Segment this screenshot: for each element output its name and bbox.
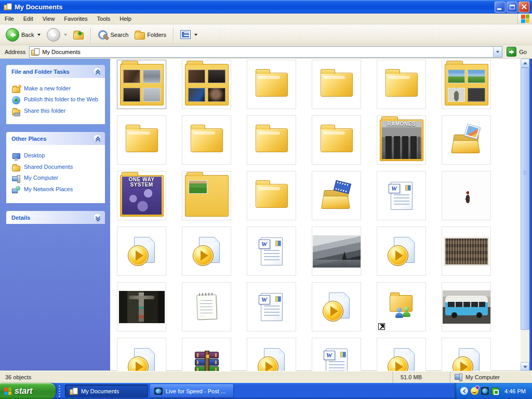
taskbar-task[interactable]: My Documents — [65, 384, 148, 397]
shared-folder-shortcut[interactable] — [377, 282, 426, 331]
up-button[interactable] — [71, 29, 86, 41]
folders-button[interactable]: Folders — [132, 29, 169, 41]
address-dropdown-button[interactable] — [493, 47, 502, 57]
sidebar-item[interactable]: Shared Documents — [12, 164, 100, 171]
sidebar-item[interactable]: Publish this folder to the Web — [12, 96, 100, 104]
close-button[interactable] — [518, 2, 529, 12]
media-file[interactable] — [377, 227, 426, 276]
preview-folder[interactable] — [182, 171, 231, 220]
photo-thumbnail — [313, 235, 361, 268]
toolbar-separator — [173, 28, 174, 42]
word-document[interactable]: W — [312, 338, 361, 371]
folder[interactable] — [247, 115, 296, 165]
folder-icon — [321, 128, 353, 152]
search-button[interactable]: Search — [95, 28, 131, 42]
totem-photo[interactable] — [117, 282, 166, 331]
person-photo[interactable] — [442, 171, 491, 220]
minimize-button[interactable] — [495, 2, 506, 12]
scroll-up-icon[interactable] — [521, 59, 529, 68]
scroll-track[interactable] — [521, 68, 529, 362]
media-file[interactable] — [117, 227, 166, 276]
videos-folder[interactable] — [312, 171, 361, 220]
quick-launch-handle[interactable] — [58, 385, 62, 397]
tray-collapse-icon[interactable] — [460, 387, 468, 395]
sidebar-link[interactable]: Make a new folder — [24, 85, 71, 92]
back-button[interactable]: Back — [3, 26, 43, 43]
start-button[interactable]: start — [0, 383, 56, 399]
scroll-down-icon[interactable] — [521, 362, 529, 371]
vertical-scrollbar[interactable] — [521, 59, 529, 371]
panel-header[interactable]: Details — [6, 211, 105, 224]
menu-view[interactable]: View — [38, 14, 60, 24]
taskbar-task[interactable]: Live for Speed - Post ... — [150, 384, 233, 397]
forward-dropdown-icon[interactable] — [64, 34, 67, 36]
ramones-album-folder[interactable]: RAMONES — [377, 115, 426, 165]
word-document[interactable]: W — [377, 171, 426, 220]
expand-icon[interactable] — [93, 213, 102, 222]
collapse-icon[interactable] — [93, 67, 102, 76]
media-file[interactable] — [182, 227, 231, 276]
collapse-icon[interactable] — [93, 134, 102, 143]
forward-button[interactable] — [44, 26, 70, 43]
folder[interactable] — [247, 171, 296, 220]
my-computer-icon — [455, 374, 462, 381]
sidebar-item[interactable]: Make a new folder — [12, 85, 100, 93]
media-file[interactable] — [377, 338, 426, 371]
scroll-thumb[interactable] — [521, 68, 529, 330]
views-button[interactable] — [178, 29, 200, 41]
sidebar-item[interactable]: Share this folder — [12, 108, 100, 115]
folder[interactable] — [247, 60, 296, 109]
maximize-button[interactable] — [507, 2, 517, 12]
menu-favorites[interactable]: Favorites — [59, 14, 92, 24]
media-file[interactable] — [312, 282, 361, 331]
oneway-album-folder[interactable]: ONE WAY SYSTEM — [117, 171, 166, 220]
sidebar-item[interactable]: My Network Places — [12, 186, 100, 194]
menu-edit[interactable]: Edit — [19, 14, 38, 24]
sidebar-item[interactable]: My Computer — [12, 175, 100, 183]
mountain-photo[interactable] — [312, 227, 361, 276]
go-button[interactable]: Go — [502, 47, 531, 57]
sidebar-link[interactable]: Share this folder — [24, 108, 65, 114]
sidebar-link[interactable]: Desktop — [24, 152, 45, 159]
media-file[interactable] — [117, 338, 166, 371]
word-document[interactable]: W — [247, 282, 296, 331]
panel-title: Details — [11, 215, 93, 221]
address-input[interactable]: My Documents — [29, 46, 502, 58]
media-file[interactable] — [247, 338, 296, 371]
photo-folder[interactable] — [182, 60, 231, 109]
menu-file[interactable]: File — [0, 14, 19, 24]
photo-thumbnail — [443, 290, 490, 324]
panel-header[interactable]: Other Places — [6, 132, 105, 145]
sidebar-link[interactable]: My Computer — [24, 175, 58, 181]
van-photo[interactable] — [442, 282, 491, 331]
sidebar-link[interactable]: My Network Places — [24, 186, 73, 193]
photo-folder[interactable] — [117, 60, 166, 109]
folder[interactable] — [182, 115, 231, 165]
word-document[interactable]: W — [247, 227, 296, 276]
views-dropdown-icon[interactable] — [194, 34, 197, 36]
smiley-tray-icon[interactable] — [471, 387, 478, 395]
search-label: Search — [110, 32, 128, 38]
antivirus-tray-icon[interactable] — [491, 388, 499, 395]
messenger-tray-icon[interactable] — [481, 387, 489, 395]
folder[interactable] — [312, 115, 361, 165]
menu-tools[interactable]: Tools — [92, 14, 115, 24]
archive-file[interactable] — [182, 338, 231, 371]
menu-help[interactable]: Help — [115, 14, 136, 24]
titlebar[interactable]: My Documents — [0, 0, 532, 14]
folder[interactable] — [377, 60, 426, 109]
back-dropdown-icon[interactable] — [37, 34, 41, 36]
panel-header[interactable]: File and Folder Tasks — [6, 65, 105, 78]
text-file[interactable] — [182, 282, 231, 331]
task-label: My Documents — [81, 388, 119, 394]
sidebar-item[interactable]: Desktop — [12, 152, 100, 161]
folder[interactable] — [117, 115, 166, 165]
pictures-folder[interactable] — [442, 115, 491, 165]
folder[interactable] — [312, 60, 361, 109]
sidebar-link[interactable]: Publish this folder to the Web — [24, 96, 98, 103]
screenshots-folder[interactable] — [442, 60, 491, 109]
group-photo[interactable] — [442, 227, 491, 276]
media-file[interactable] — [442, 338, 491, 371]
sidebar-link[interactable]: Shared Documents — [24, 164, 73, 170]
desktop-icon — [12, 152, 20, 161]
